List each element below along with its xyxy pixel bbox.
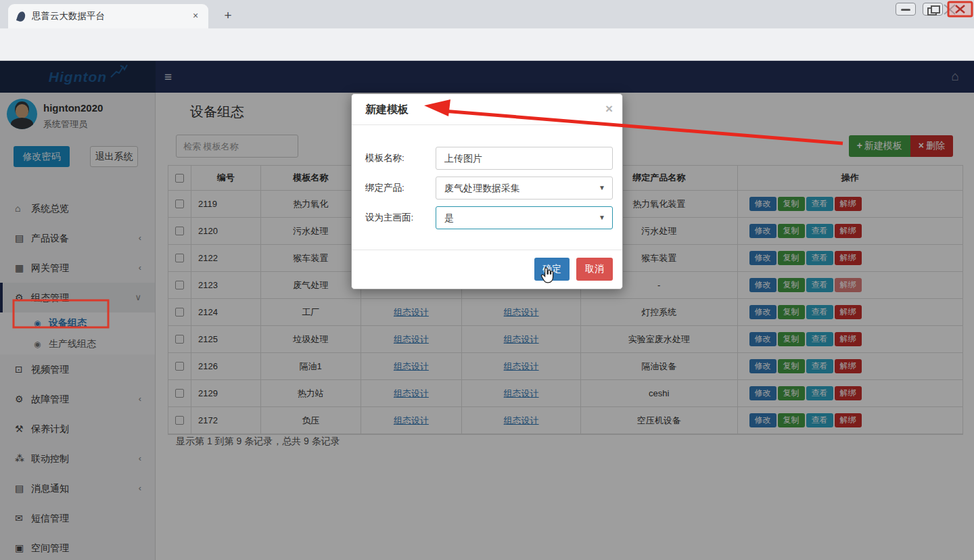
tab-close-icon[interactable]: × [189,10,202,22]
window-restore-button[interactable] [923,3,943,16]
new-tab-button[interactable]: + [219,7,237,24]
main-screen-select[interactable]: 是▼ [436,206,613,229]
bind-product-select[interactable]: 废气处理数据采集▼ [436,177,613,200]
window-minimize-button[interactable] [896,3,916,16]
window-controls [896,3,970,16]
bind-product-label: 绑定产品: [365,182,404,194]
modal-close-icon[interactable]: × [605,101,613,116]
modal-title: 新建模板 [365,103,409,117]
window-close-button[interactable] [950,3,970,16]
cancel-button[interactable]: 取消 [576,258,613,281]
screen: { "browser": { "tab_title": "思普云大数据平台", … [0,0,974,560]
tab-title: 思普云大数据平台 [32,10,189,22]
new-template-modal: 新建模板 × 模板名称: 上传图片 绑定产品: 废气处理数据采集▼ 设为主画面:… [351,93,623,289]
template-name-label: 模板名称: [365,152,404,164]
browser-tab[interactable]: 思普云大数据平台 × [8,4,208,28]
confirm-button[interactable]: 确定 [534,258,570,281]
browser-toolbar: ← → ↻ ▲ 不安全 | iot.idosp.net /admin/index… [0,28,974,61]
tab-strip: 思普云大数据平台 × + [0,0,974,28]
main-screen-label: 设为主画面: [365,212,413,224]
browser-chrome: 思普云大数据平台 × + ← → ↻ ▲ 不安全 | iot.idosp.net… [0,0,974,61]
site-favicon-icon [16,10,26,22]
template-name-input[interactable]: 上传图片 [436,147,613,170]
caret-down-icon: ▼ [599,177,605,199]
caret-down-icon: ▼ [599,207,605,229]
